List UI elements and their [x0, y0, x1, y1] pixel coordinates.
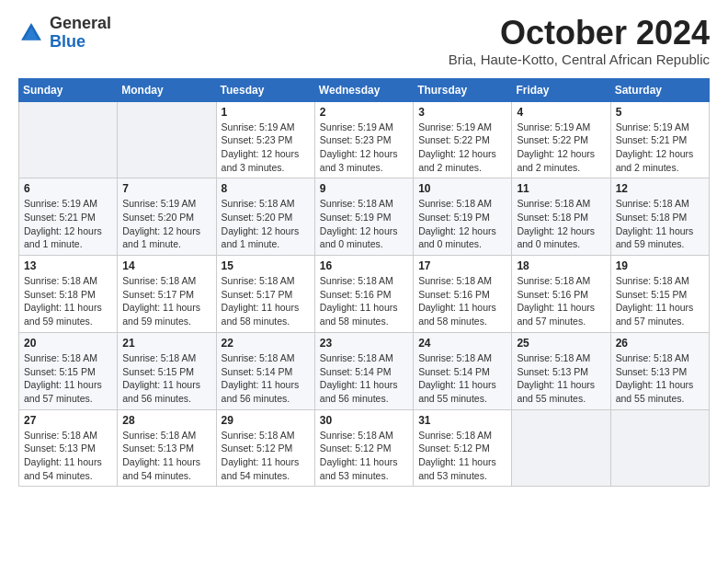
day-info: Sunrise: 5:19 AM Sunset: 5:21 PM Dayligh… — [24, 197, 112, 251]
day-number: 29 — [222, 414, 310, 427]
day-info: Sunrise: 5:18 AM Sunset: 5:16 PM Dayligh… — [517, 274, 605, 328]
calendar-cell: 25Sunrise: 5:18 AM Sunset: 5:13 PM Dayli… — [512, 332, 610, 409]
day-number: 12 — [616, 182, 704, 195]
location-subtitle: Bria, Haute-Kotto, Central African Repub… — [449, 52, 710, 67]
day-number: 4 — [517, 106, 605, 119]
weekday-header-wednesday: Wednesday — [314, 78, 413, 101]
day-number: 20 — [24, 337, 112, 350]
day-number: 27 — [24, 414, 112, 427]
calendar-cell: 8Sunrise: 5:18 AM Sunset: 5:20 PM Daylig… — [216, 178, 314, 256]
weekday-header-row: SundayMondayTuesdayWednesdayThursdayFrid… — [19, 78, 710, 101]
day-info: Sunrise: 5:19 AM Sunset: 5:20 PM Dayligh… — [122, 197, 210, 251]
day-info: Sunrise: 5:18 AM Sunset: 5:16 PM Dayligh… — [320, 274, 408, 328]
calendar-week-2: 6Sunrise: 5:19 AM Sunset: 5:21 PM Daylig… — [19, 178, 710, 256]
day-info: Sunrise: 5:18 AM Sunset: 5:17 PM Dayligh… — [222, 274, 310, 328]
day-info: Sunrise: 5:18 AM Sunset: 5:12 PM Dayligh… — [418, 429, 506, 483]
calendar-cell: 18Sunrise: 5:18 AM Sunset: 5:16 PM Dayli… — [512, 256, 610, 333]
calendar-cell: 20Sunrise: 5:18 AM Sunset: 5:15 PM Dayli… — [19, 332, 118, 409]
day-number: 31 — [418, 414, 506, 427]
calendar-cell: 7Sunrise: 5:19 AM Sunset: 5:20 PM Daylig… — [118, 178, 216, 256]
calendar-cell — [512, 409, 610, 487]
weekday-header-friday: Friday — [512, 78, 610, 101]
day-info: Sunrise: 5:18 AM Sunset: 5:15 PM Dayligh… — [122, 351, 210, 406]
day-info: Sunrise: 5:18 AM Sunset: 5:13 PM Dayligh… — [517, 351, 605, 406]
day-info: Sunrise: 5:18 AM Sunset: 5:14 PM Dayligh… — [320, 351, 408, 406]
calendar-cell — [19, 101, 118, 178]
calendar-cell — [118, 101, 216, 178]
day-info: Sunrise: 5:18 AM Sunset: 5:12 PM Dayligh… — [320, 429, 408, 483]
day-info: Sunrise: 5:18 AM Sunset: 5:18 PM Dayligh… — [24, 274, 112, 328]
logo: General Blue — [18, 15, 111, 52]
calendar-cell — [610, 409, 709, 487]
day-info: Sunrise: 5:18 AM Sunset: 5:12 PM Dayligh… — [222, 429, 310, 483]
calendar-cell: 19Sunrise: 5:18 AM Sunset: 5:15 PM Dayli… — [610, 256, 709, 333]
day-info: Sunrise: 5:19 AM Sunset: 5:23 PM Dayligh… — [222, 121, 310, 175]
calendar-week-4: 20Sunrise: 5:18 AM Sunset: 5:15 PM Dayli… — [19, 332, 710, 409]
calendar-cell: 17Sunrise: 5:18 AM Sunset: 5:16 PM Dayli… — [414, 256, 512, 333]
day-info: Sunrise: 5:18 AM Sunset: 5:13 PM Dayligh… — [122, 429, 210, 483]
day-info: Sunrise: 5:18 AM Sunset: 5:19 PM Dayligh… — [418, 197, 506, 251]
day-number: 1 — [222, 106, 310, 119]
day-number: 14 — [122, 259, 210, 272]
day-number: 21 — [122, 337, 210, 350]
calendar-cell: 1Sunrise: 5:19 AM Sunset: 5:23 PM Daylig… — [216, 101, 314, 178]
calendar-cell: 30Sunrise: 5:18 AM Sunset: 5:12 PM Dayli… — [314, 409, 413, 487]
title-block: October 2024 Bria, Haute-Kotto, Central … — [449, 15, 710, 67]
day-number: 6 — [24, 182, 112, 195]
day-number: 2 — [320, 106, 408, 119]
calendar-cell: 28Sunrise: 5:18 AM Sunset: 5:13 PM Dayli… — [118, 409, 216, 487]
day-number: 26 — [616, 337, 704, 350]
day-number: 3 — [418, 106, 506, 119]
weekday-header-monday: Monday — [118, 78, 216, 101]
weekday-header-thursday: Thursday — [414, 78, 512, 101]
day-info: Sunrise: 5:18 AM Sunset: 5:18 PM Dayligh… — [517, 197, 605, 251]
day-number: 7 — [122, 182, 210, 195]
day-number: 10 — [418, 182, 506, 195]
calendar-cell: 27Sunrise: 5:18 AM Sunset: 5:13 PM Dayli… — [19, 409, 118, 487]
day-info: Sunrise: 5:18 AM Sunset: 5:13 PM Dayligh… — [616, 351, 704, 406]
logo-general-text: General — [50, 14, 111, 32]
calendar-cell: 12Sunrise: 5:18 AM Sunset: 5:18 PM Dayli… — [610, 178, 709, 256]
day-number: 11 — [517, 182, 605, 195]
day-number: 16 — [320, 259, 408, 272]
day-number: 15 — [222, 259, 310, 272]
calendar-cell: 23Sunrise: 5:18 AM Sunset: 5:14 PM Dayli… — [314, 332, 413, 409]
day-info: Sunrise: 5:19 AM Sunset: 5:21 PM Dayligh… — [616, 121, 704, 175]
month-title: October 2024 — [449, 15, 710, 52]
day-number: 5 — [616, 106, 704, 119]
calendar-cell: 5Sunrise: 5:19 AM Sunset: 5:21 PM Daylig… — [610, 101, 709, 178]
day-number: 13 — [24, 259, 112, 272]
day-number: 23 — [320, 337, 408, 350]
calendar-week-1: 1Sunrise: 5:19 AM Sunset: 5:23 PM Daylig… — [19, 101, 710, 178]
day-info: Sunrise: 5:18 AM Sunset: 5:15 PM Dayligh… — [24, 351, 112, 406]
day-number: 30 — [320, 414, 408, 427]
day-number: 22 — [222, 337, 310, 350]
page-header: General Blue October 2024 Bria, Haute-Ko… — [18, 15, 710, 67]
calendar-cell: 11Sunrise: 5:18 AM Sunset: 5:18 PM Dayli… — [512, 178, 610, 256]
calendar-cell: 3Sunrise: 5:19 AM Sunset: 5:22 PM Daylig… — [414, 101, 512, 178]
day-info: Sunrise: 5:18 AM Sunset: 5:14 PM Dayligh… — [222, 351, 310, 406]
day-info: Sunrise: 5:18 AM Sunset: 5:15 PM Dayligh… — [616, 274, 704, 328]
calendar-cell: 13Sunrise: 5:18 AM Sunset: 5:18 PM Dayli… — [19, 256, 118, 333]
day-number: 9 — [320, 182, 408, 195]
day-info: Sunrise: 5:18 AM Sunset: 5:17 PM Dayligh… — [122, 274, 210, 328]
calendar-cell: 22Sunrise: 5:18 AM Sunset: 5:14 PM Dayli… — [216, 332, 314, 409]
day-number: 8 — [222, 182, 310, 195]
calendar-week-5: 27Sunrise: 5:18 AM Sunset: 5:13 PM Dayli… — [19, 409, 710, 487]
calendar-cell: 4Sunrise: 5:19 AM Sunset: 5:22 PM Daylig… — [512, 101, 610, 178]
calendar-cell: 15Sunrise: 5:18 AM Sunset: 5:17 PM Dayli… — [216, 256, 314, 333]
day-number: 25 — [517, 337, 605, 350]
day-info: Sunrise: 5:19 AM Sunset: 5:22 PM Dayligh… — [517, 121, 605, 175]
day-number: 17 — [418, 259, 506, 272]
calendar-cell: 29Sunrise: 5:18 AM Sunset: 5:12 PM Dayli… — [216, 409, 314, 487]
day-info: Sunrise: 5:18 AM Sunset: 5:19 PM Dayligh… — [320, 197, 408, 251]
weekday-header-saturday: Saturday — [610, 78, 709, 101]
day-number: 28 — [122, 414, 210, 427]
calendar-table: SundayMondayTuesdayWednesdayThursdayFrid… — [18, 78, 710, 488]
calendar-cell: 26Sunrise: 5:18 AM Sunset: 5:13 PM Dayli… — [610, 332, 709, 409]
calendar-cell: 31Sunrise: 5:18 AM Sunset: 5:12 PM Dayli… — [414, 409, 512, 487]
day-info: Sunrise: 5:18 AM Sunset: 5:16 PM Dayligh… — [418, 274, 506, 328]
day-info: Sunrise: 5:19 AM Sunset: 5:23 PM Dayligh… — [320, 121, 408, 175]
day-number: 18 — [517, 259, 605, 272]
day-info: Sunrise: 5:19 AM Sunset: 5:22 PM Dayligh… — [418, 121, 506, 175]
